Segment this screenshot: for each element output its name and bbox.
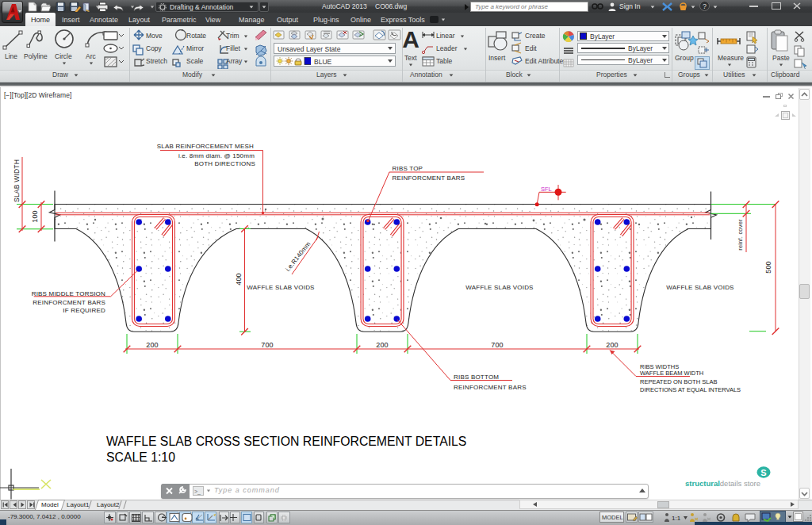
svg-text:REINFORCMENT BARS: REINFORCMENT BARS xyxy=(454,384,527,391)
svg-text:400: 400 xyxy=(235,273,243,285)
svg-text:SLAB WIDTH: SLAB WIDTH xyxy=(13,159,21,202)
svg-text:reinf. cover: reinf. cover xyxy=(737,219,744,251)
svg-text:700: 700 xyxy=(491,341,504,349)
svg-text:BOTH DIRECTIONS: BOTH DIRECTIONS xyxy=(194,160,255,167)
svg-text:WAFFLE SLAB VOIDS: WAFFLE SLAB VOIDS xyxy=(247,284,314,291)
svg-text:500: 500 xyxy=(764,261,772,274)
svg-text:i.e. 8mm diam. @ 150mm: i.e. 8mm diam. @ 150mm xyxy=(178,152,255,159)
svg-text:REINFORCMENT BARS: REINFORCMENT BARS xyxy=(393,174,465,182)
svg-text:SCALE 1:10: SCALE 1:10 xyxy=(106,450,175,464)
svg-text:SLAB REINFORCEMENT MESH: SLAB REINFORCEMENT MESH xyxy=(157,143,254,150)
svg-text:RIBS BOTTOM: RIBS BOTTOM xyxy=(454,374,499,381)
svg-text:RIBS TOP: RIBS TOP xyxy=(393,165,423,172)
svg-text:WAFFLE SLAB VOIDS: WAFFLE SLAB VOIDS xyxy=(465,284,533,291)
svg-text:WAFFLE SLAB VOIDS: WAFFLE SLAB VOIDS xyxy=(666,284,733,291)
svg-text:DIRECTIONS AT EQUAL INTERVALS: DIRECTIONS AT EQUAL INTERVALS xyxy=(640,386,741,393)
svg-text:700: 700 xyxy=(261,341,274,349)
svg-text:100: 100 xyxy=(31,210,39,223)
svg-text:REPEATED ON BOTH SLAB: REPEATED ON BOTH SLAB xyxy=(640,378,717,385)
svg-text:structuraldetails store: structuraldetails store xyxy=(685,479,760,488)
svg-text:i.e.R140mm: i.e.R140mm xyxy=(285,240,312,273)
svg-text:200: 200 xyxy=(146,341,159,349)
svg-text:200: 200 xyxy=(606,341,619,349)
svg-text:IF REQUIRED: IF REQUIRED xyxy=(63,307,105,314)
svg-text:200: 200 xyxy=(376,341,389,349)
svg-text:S: S xyxy=(760,468,766,477)
svg-text:SFL: SFL xyxy=(541,186,552,193)
svg-text:WAFFLE BEAM WIDTH: WAFFLE BEAM WIDTH xyxy=(640,370,703,377)
svg-text:WAFFLE SLAB CROSS SECTION REIN: WAFFLE SLAB CROSS SECTION REINFORCEMENT … xyxy=(106,435,466,448)
svg-text:1:1: 1:1 xyxy=(672,515,681,522)
svg-text:RIBS MIDDLE TORSION: RIBS MIDDLE TORSION xyxy=(32,290,105,297)
svg-text:REINFORCMENT BARS: REINFORCMENT BARS xyxy=(33,299,105,306)
